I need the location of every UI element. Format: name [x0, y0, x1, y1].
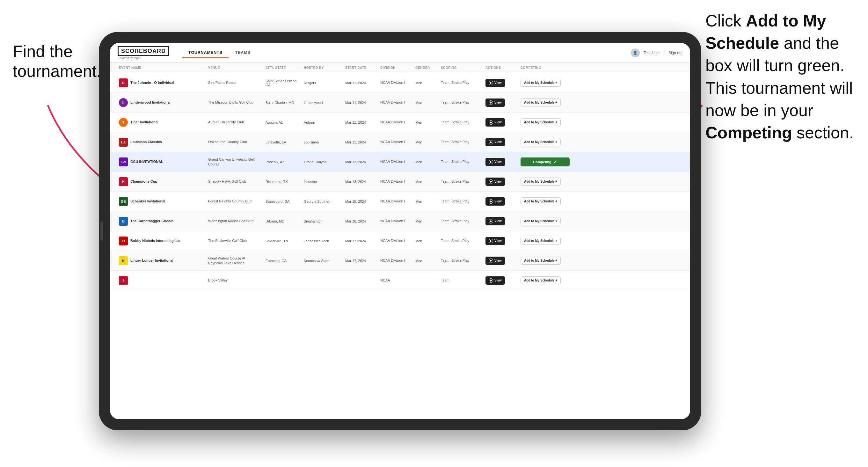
view-button[interactable]: ▶ View: [486, 118, 505, 127]
add-to-schedule-button[interactable]: Add to My Schedule +: [521, 138, 561, 146]
view-button[interactable]: ▶ View: [486, 237, 505, 245]
view-button[interactable]: ▶ View: [486, 197, 505, 206]
table-row: LALouisiana ClassicsOakbourne Country Cl…: [110, 132, 690, 152]
team-logo: R: [119, 79, 128, 87]
table-header: EVENT NAME VENUE CITY, STATE HOSTED BY S…: [110, 63, 690, 73]
view-button[interactable]: ▶ View: [486, 138, 505, 146]
view-button[interactable]: ▶ View: [486, 257, 505, 265]
add-to-schedule-button[interactable]: Add to My Schedule +: [521, 79, 561, 87]
venue-cell: Auburn University Club: [206, 117, 263, 127]
team-logo: T: [119, 118, 128, 127]
add-to-schedule-button[interactable]: Add to My Schedule +: [521, 118, 561, 126]
col-city-state: CITY, STATE: [263, 63, 301, 73]
event-name: The Carpetbagger Classic: [130, 219, 174, 223]
city-state-cell: Richmond, TX: [263, 177, 301, 186]
scoring-cell: Team, Stroke Play: [438, 177, 483, 186]
actions-cell: ▶ View: [483, 215, 518, 228]
scoring-cell: Team, Stroke Play: [438, 78, 483, 87]
view-button[interactable]: ▶ View: [486, 79, 505, 87]
play-icon: ▶: [489, 258, 493, 263]
col-event-name: EVENT NAME: [116, 63, 206, 73]
start-date-cell: Mar 12, 2024: [343, 157, 378, 166]
add-to-schedule-button[interactable]: Add to My Schedule +: [521, 217, 561, 225]
logo-area: SCOREBOARD Powered by clippd: [118, 46, 169, 60]
competing-cell: Add to My Schedule +: [518, 195, 572, 208]
nav-tab-teams[interactable]: TEAMS: [228, 48, 257, 58]
view-button[interactable]: ▶ View: [486, 158, 505, 166]
play-icon: ▶: [489, 81, 493, 85]
view-button[interactable]: ▶ View: [486, 217, 505, 225]
actions-cell: ▶ View: [483, 195, 518, 208]
play-icon: ▶: [489, 199, 493, 204]
team-logo: LA: [119, 138, 128, 147]
start-date-cell: Mar 15, 2024: [343, 197, 378, 206]
annotation-right: Click Add to My Schedule and the box wil…: [706, 9, 859, 144]
actions-cell: ▶ View: [483, 274, 518, 287]
add-to-schedule-button[interactable]: Add to My Schedule +: [521, 98, 561, 106]
team-logo: H: [119, 177, 128, 186]
hosted-by-cell: Tennessee Tech: [301, 237, 343, 245]
competing-cell: Competing ✓: [518, 155, 572, 169]
scoring-cell: Team, Stroke Play: [438, 196, 483, 206]
view-button[interactable]: ▶ View: [486, 178, 505, 186]
col-division: DIVISION: [378, 63, 413, 73]
add-to-schedule-button[interactable]: Add to My Schedule +: [521, 257, 561, 264]
city-state-cell: Eatonton, GA: [263, 256, 301, 265]
add-to-schedule-button[interactable]: Add to My Schedule +: [521, 197, 561, 205]
powered-by: Powered by clippd: [118, 56, 169, 60]
add-schedule-label: Add to My Schedule +: [524, 239, 557, 243]
competing-cell: Add to My Schedule +: [518, 96, 572, 109]
hosted-by-cell: Georgia Southern: [301, 197, 343, 206]
user-avatar: 👤: [631, 49, 640, 57]
view-button[interactable]: ▶ View: [486, 276, 505, 285]
col-competing: COMPETING: [518, 63, 572, 73]
event-cell-7: GSSchenkel Invitational: [116, 194, 206, 209]
table-row: HChampions CupShadow Hawk Golf ClubRichm…: [110, 172, 690, 192]
competing-cell: Add to My Schedule +: [518, 215, 572, 227]
add-to-schedule-button[interactable]: Add to My Schedule +: [521, 237, 561, 245]
event-cell-10: KLinger Longer Invitational: [116, 254, 206, 268]
add-schedule-label: Add to My Schedule +: [524, 101, 557, 104]
hosted-by-cell: Auburn: [301, 118, 343, 127]
hosted-by-cell: Kennesaw State: [301, 256, 343, 265]
actions-cell: ▶ View: [483, 76, 518, 90]
division-cell: NCAA: [378, 275, 413, 285]
competing-cell: Add to My Schedule +: [518, 234, 572, 247]
col-start-date: START DATE: [343, 63, 378, 73]
table-row: GCUGCU INVITATIONALGrand Canyon Universi…: [110, 152, 690, 172]
event-name: Schenkel Invitational: [130, 199, 165, 204]
play-icon: ▶: [489, 100, 493, 105]
nav-tab-tournaments[interactable]: TOURNAMENTS: [182, 48, 228, 58]
venue-cell: The Sevierville Golf Club: [206, 236, 263, 245]
gender-cell: Men: [413, 177, 438, 186]
start-date-cell: Mar 13, 2024: [343, 177, 378, 186]
division-cell: NCAA Division I: [378, 196, 413, 206]
sign-out-link[interactable]: Sign out: [669, 51, 682, 55]
scoring-cell: Team, Stroke Play: [438, 256, 483, 265]
competing-button[interactable]: Competing ✓: [521, 157, 570, 166]
gender-cell: Men: [413, 256, 438, 265]
add-to-schedule-button[interactable]: Add to My Schedule +: [521, 276, 561, 284]
event-cell-11: ?: [116, 274, 206, 287]
division-cell: NCAA Division I: [378, 117, 413, 127]
table-row: GSSchenkel InvitationalForest Heights Co…: [110, 192, 690, 211]
event-cell-5: GCUGCU INVITATIONAL: [116, 155, 206, 169]
competing-cell: Add to My Schedule +: [518, 116, 572, 129]
add-schedule-label: Add to My Schedule +: [524, 259, 557, 262]
team-logo: GCU: [119, 157, 128, 166]
hosted-by-cell: Grand Canyon: [301, 157, 343, 166]
table-row: BThe Carpetbagger ClassicWorthington Man…: [110, 211, 690, 231]
venue-cell: Forest Heights Country Club: [206, 196, 263, 206]
col-hosted-by: HOSTED BY: [301, 63, 343, 73]
add-to-schedule-button[interactable]: Add to My Schedule +: [521, 178, 561, 186]
division-cell: NCAA Division I: [378, 236, 413, 245]
separator: |: [664, 51, 664, 55]
view-button[interactable]: ▶ View: [486, 98, 505, 107]
venue-cell: Grand Canyon University Golf Course: [206, 155, 263, 169]
start-date-cell: Mar 17, 2024: [343, 237, 378, 245]
user-name: Test User: [644, 51, 660, 55]
competing-label: Competing: [533, 160, 551, 164]
hosted-by-cell: Rutgers: [301, 79, 343, 87]
city-state-cell: Phoenix, AZ: [263, 157, 301, 166]
play-icon: ▶: [489, 278, 493, 283]
